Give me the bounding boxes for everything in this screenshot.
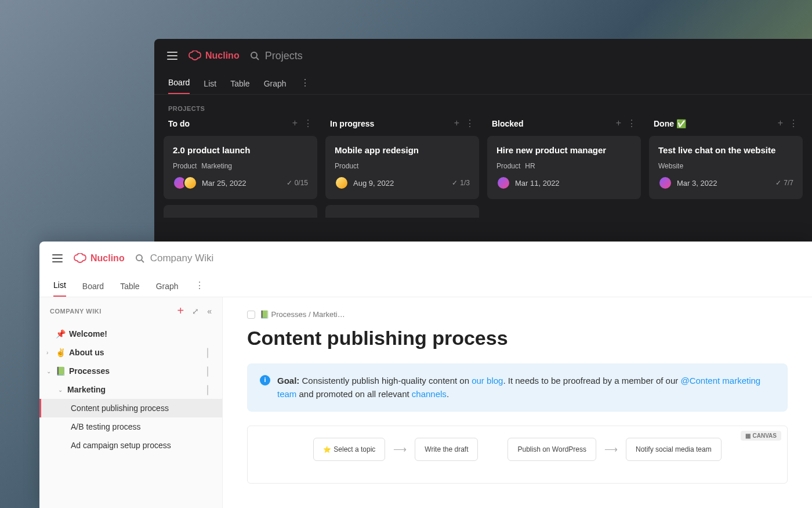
- logo-text: Nuclino: [90, 253, 125, 264]
- tree-item-marketing[interactable]: ⌄ Marketing: [39, 380, 222, 399]
- tree-item-welcome[interactable]: 📌 Welcome!: [39, 325, 222, 343]
- column-blocked: Blocked +⋮ Hire new product manager Prod…: [487, 118, 641, 218]
- breadcrumb[interactable]: 📗 Processes / Marketi…: [247, 310, 788, 319]
- copy-icon[interactable]: [207, 348, 215, 356]
- chevron-down-icon: ⌄: [46, 368, 52, 374]
- tab-list[interactable]: List: [53, 280, 66, 297]
- card-stub[interactable]: [325, 205, 479, 218]
- info-icon: i: [260, 375, 270, 385]
- checklist-icon: ✓: [452, 179, 458, 187]
- menu-icon[interactable]: [52, 254, 63, 262]
- search-placeholder: Company Wiki: [150, 253, 214, 264]
- add-card-icon[interactable]: +: [778, 118, 783, 129]
- menu-icon[interactable]: [167, 52, 177, 60]
- card-progress: ✓1/3: [452, 179, 470, 187]
- projects-window: Nuclino Projects Board List Table Graph …: [154, 39, 812, 242]
- card-title: Mobile app redesign: [335, 145, 470, 155]
- search-placeholder: Projects: [265, 50, 303, 62]
- card-progress: ✓0/15: [287, 179, 308, 187]
- tag: HR: [525, 162, 535, 170]
- nuclino-logo[interactable]: Nuclino: [188, 51, 240, 61]
- chevron-right-icon: ›: [46, 350, 52, 356]
- expand-icon[interactable]: ⤢: [192, 307, 199, 316]
- copy-icon[interactable]: [207, 385, 215, 394]
- card-date: Mar 3, 2022: [677, 179, 717, 188]
- search-input[interactable]: Company Wiki: [135, 253, 214, 264]
- tag: Product: [173, 162, 197, 170]
- tab-table[interactable]: Table: [120, 282, 139, 297]
- card[interactable]: Mobile app redesign Product Aug 9, 2022 …: [325, 136, 479, 199]
- view-tabs: Board List Table Graph ⋮: [154, 73, 812, 95]
- tree-item-about[interactable]: ›✌️ About us: [39, 343, 222, 362]
- svg-line-3: [142, 260, 144, 262]
- card-stub[interactable]: [164, 205, 317, 218]
- column-menu-icon[interactable]: ⋮: [627, 118, 636, 129]
- add-card-icon[interactable]: +: [454, 118, 459, 129]
- victory-icon: ✌️: [56, 348, 66, 357]
- checkbox-icon[interactable]: [247, 311, 255, 319]
- board-columns: To do +⋮ 2.0 product launch ProductMarke…: [154, 118, 812, 218]
- card-date: Mar 11, 2022: [515, 179, 560, 188]
- add-card-icon[interactable]: +: [616, 118, 621, 129]
- tab-board[interactable]: Board: [82, 282, 104, 297]
- flow-node[interactable]: Publish on WordPress: [507, 438, 596, 461]
- collapse-sidebar-icon[interactable]: «: [207, 307, 212, 316]
- tab-board[interactable]: Board: [168, 78, 190, 94]
- column-title: Done ✅: [654, 119, 686, 128]
- book-icon: 📗: [56, 366, 66, 376]
- brain-icon: [73, 253, 87, 264]
- search-input[interactable]: Projects: [250, 50, 303, 62]
- tree-item-content-publishing[interactable]: Content publishing process: [39, 399, 222, 417]
- card[interactable]: Hire new product manager ProductHR Mar 1…: [487, 136, 641, 199]
- callout-text: Goal: Consistently publish high-quality …: [277, 374, 775, 401]
- flow-node[interactable]: Write the draft: [415, 438, 478, 461]
- tree-item-processes[interactable]: ⌄📗 Processes: [39, 362, 222, 380]
- column-title: Blocked: [492, 119, 523, 128]
- column-done: Done ✅ +⋮ Test live chat on the website …: [649, 118, 803, 218]
- blog-link[interactable]: our blog: [472, 376, 503, 385]
- flow-diagram: Select a topic ⟶ Write the draft ⟶ Publi…: [258, 438, 777, 461]
- card[interactable]: 2.0 product launch ProductMarketing Mar …: [164, 136, 317, 199]
- column-title: In progress: [330, 119, 374, 128]
- top-bar: Nuclino Company Wiki: [39, 242, 812, 275]
- page-content: 📗 Processes / Marketi… Content publishin…: [223, 297, 812, 508]
- tree-item-ad-campaign[interactable]: Ad campaign setup process: [39, 436, 222, 455]
- section-label: PROJECTS: [154, 95, 812, 118]
- tag: Website: [658, 162, 683, 170]
- canvas-block[interactable]: ▦ CANVAS Select a topic ⟶ Write the draf…: [247, 426, 788, 484]
- add-page-icon[interactable]: +: [177, 304, 184, 318]
- column-menu-icon[interactable]: ⋮: [789, 118, 798, 129]
- card-title: Test live chat on the website: [658, 145, 793, 155]
- avatar: [658, 176, 672, 190]
- canvas-badge: ▦ CANVAS: [741, 431, 781, 441]
- flow-node[interactable]: Select a topic: [313, 438, 385, 461]
- sidebar-title: COMPANY WIKI: [50, 308, 102, 315]
- arrow-right-icon: ⟶: [393, 444, 407, 455]
- channels-link[interactable]: channels: [412, 389, 447, 399]
- svg-line-1: [256, 57, 259, 60]
- arrow-right-icon: ⟶: [604, 444, 618, 455]
- tabs-more-icon[interactable]: ⋮: [195, 280, 204, 297]
- nuclino-logo[interactable]: Nuclino: [73, 253, 125, 264]
- tree-item-ab-testing[interactable]: A/B testing process: [39, 417, 222, 436]
- chevron-down-icon: ⌄: [58, 387, 64, 393]
- tab-graph[interactable]: Graph: [156, 282, 179, 297]
- flow-node[interactable]: Notify social media team: [626, 438, 722, 461]
- checklist-icon: ✓: [775, 179, 781, 187]
- tab-graph[interactable]: Graph: [264, 79, 287, 94]
- tab-list[interactable]: List: [204, 79, 216, 94]
- card[interactable]: Test live chat on the website Website Ma…: [649, 136, 803, 199]
- column-menu-icon[interactable]: ⋮: [303, 118, 313, 129]
- avatar: [183, 176, 197, 190]
- card-progress: ✓7/7: [775, 179, 793, 187]
- tabs-more-icon[interactable]: ⋮: [300, 77, 309, 94]
- sidebar: COMPANY WIKI + ⤢ « 📌 Welcome! ›✌️ About …: [39, 297, 223, 508]
- copy-icon[interactable]: [207, 367, 215, 375]
- column-in-progress: In progress +⋮ Mobile app redesign Produ…: [325, 118, 479, 218]
- svg-point-2: [136, 255, 142, 261]
- add-card-icon[interactable]: +: [292, 118, 298, 129]
- column-menu-icon[interactable]: ⋮: [465, 118, 474, 129]
- tab-table[interactable]: Table: [230, 79, 249, 94]
- logo-text: Nuclino: [205, 51, 240, 61]
- card-date: Aug 9, 2022: [353, 179, 394, 188]
